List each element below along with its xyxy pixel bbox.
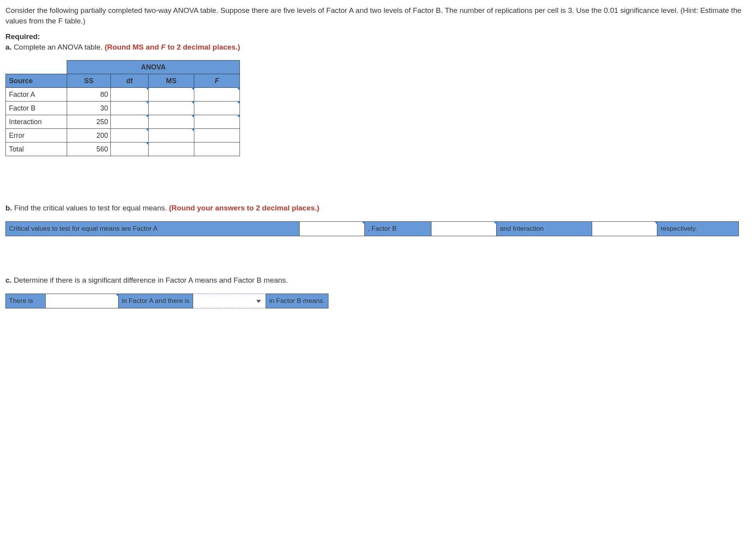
part-c-sentence: There is in Factor A and there is in Fac… (5, 294, 328, 308)
df-input-total[interactable] (111, 142, 149, 156)
c-dropdown-b[interactable] (193, 294, 266, 308)
c-input-a[interactable] (46, 294, 119, 308)
df-input-int[interactable] (111, 115, 149, 129)
part-b-hint: (Round your answers to 2 decimal places.… (169, 204, 319, 212)
col-ss: SS (67, 74, 111, 88)
part-b-row: b. Find the critical values to test for … (5, 203, 751, 214)
problem-statement: Consider the following partially complet… (5, 5, 751, 26)
anova-table: ANOVA Source SS df MS F Factor A 80 Fact… (5, 60, 240, 156)
f-input-int[interactable] (194, 115, 240, 129)
b-input-b[interactable] (431, 221, 497, 236)
part-a-text: Complete an ANOVA table. (14, 43, 103, 51)
ms-input-b[interactable] (149, 102, 194, 115)
part-a-label: a. (5, 43, 12, 51)
col-source: Source (6, 74, 67, 88)
col-f: F (194, 74, 240, 88)
part-a-hint: (Round MS and F to 2 decimal places.) (105, 43, 240, 51)
ms-input-err[interactable] (149, 129, 194, 142)
part-a-row: a. Complete an ANOVA table. (Round MS an… (5, 42, 751, 53)
df-input-err[interactable] (111, 129, 149, 142)
ms-input-a[interactable] (149, 88, 194, 102)
chevron-down-icon (256, 300, 261, 303)
b-input-int[interactable] (592, 221, 657, 236)
c-seg2: in Factor A and there is (119, 294, 193, 308)
f-input-a[interactable] (194, 88, 240, 102)
table-row: Interaction 250 (6, 115, 240, 129)
part-b-text: Find the critical values to test for equ… (14, 204, 167, 212)
b-seg2: , Factor B (364, 221, 431, 236)
part-c-text: Determine if there is a significant diff… (14, 276, 288, 284)
b-seg3: and Interaction (497, 221, 592, 236)
table-row: Factor B 30 (6, 102, 240, 115)
c-seg1: There is (6, 294, 46, 308)
ms-input-int[interactable] (149, 115, 194, 129)
part-c-label: c. (5, 276, 12, 284)
table-row: Error 200 (6, 129, 240, 142)
b-input-a[interactable] (299, 221, 364, 236)
b-seg4: respectively. (657, 221, 739, 236)
part-b-label: b. (5, 204, 12, 212)
df-input-a[interactable] (111, 88, 149, 102)
b-seg1: Critical values to test for equal means … (6, 221, 300, 236)
df-input-b[interactable] (111, 102, 149, 115)
c-seg3: in Factor B means. (266, 294, 328, 308)
part-c-row: c. Determine if there is a significant d… (5, 275, 751, 286)
table-row: Factor A 80 (6, 88, 240, 102)
col-ms: MS (149, 74, 194, 88)
part-b-sentence: Critical values to test for equal means … (5, 221, 739, 236)
anova-title: ANOVA (67, 61, 240, 74)
table-row: Total 560 (6, 142, 240, 156)
col-df: df (111, 74, 149, 88)
required-label: Required: (5, 32, 751, 42)
f-input-b[interactable] (194, 102, 240, 115)
